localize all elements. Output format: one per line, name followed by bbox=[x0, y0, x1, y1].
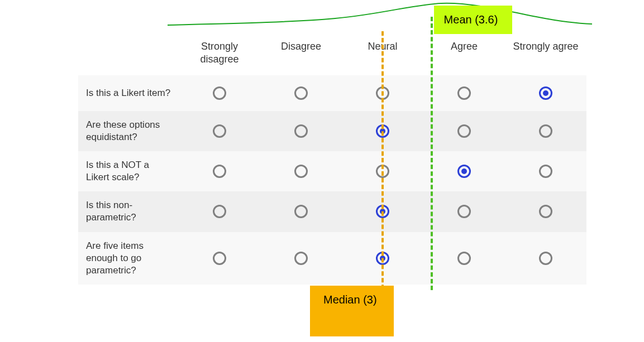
median-text: Median (3) bbox=[323, 293, 377, 306]
table-row: Are five items enough to go parametric? bbox=[78, 232, 586, 285]
radio-cell[interactable] bbox=[423, 191, 505, 232]
question-cell: Is this a NOT a Likert scale? bbox=[78, 151, 179, 191]
radio-cell[interactable] bbox=[505, 151, 586, 191]
table-row: Is this non-parametric? bbox=[78, 191, 586, 232]
radio-cell[interactable] bbox=[260, 75, 342, 111]
table-row: Is this a Likert item? bbox=[78, 75, 586, 111]
radio-cell[interactable] bbox=[342, 75, 423, 111]
radio-option[interactable] bbox=[213, 205, 226, 218]
radio-option[interactable] bbox=[213, 165, 226, 178]
table-row: Is this a NOT a Likert scale? bbox=[78, 151, 586, 191]
radio-option[interactable] bbox=[376, 205, 389, 218]
header-row: Strongly disagree Disagree Neural Agree … bbox=[78, 33, 586, 75]
col-header-1: Strongly disagree bbox=[179, 33, 260, 75]
question-text: Are five items enough to go parametric? bbox=[86, 240, 144, 276]
radio-cell[interactable] bbox=[342, 191, 423, 232]
col-header-3: Neural bbox=[342, 33, 423, 75]
question-cell: Is this non-parametric? bbox=[78, 191, 179, 232]
radio-cell[interactable] bbox=[260, 191, 342, 232]
mean-label: Mean (3.6) bbox=[434, 6, 513, 34]
radio-cell[interactable] bbox=[179, 111, 260, 151]
radio-cell[interactable] bbox=[342, 232, 423, 285]
radio-cell[interactable] bbox=[423, 75, 505, 111]
radio-cell[interactable] bbox=[260, 111, 342, 151]
radio-option[interactable] bbox=[539, 86, 552, 100]
radio-option[interactable] bbox=[457, 252, 471, 265]
question-text: Is this non-parametric? bbox=[86, 200, 136, 223]
question-text: Are these options equidistant? bbox=[86, 119, 160, 142]
radio-cell[interactable] bbox=[179, 232, 260, 285]
radio-option[interactable] bbox=[376, 86, 389, 100]
radio-cell[interactable] bbox=[342, 111, 423, 151]
question-cell: Is this a Likert item? bbox=[78, 75, 179, 111]
radio-cell[interactable] bbox=[505, 75, 586, 111]
likert-table: Strongly disagree Disagree Neural Agree … bbox=[78, 33, 586, 285]
radio-option[interactable] bbox=[213, 86, 226, 100]
radio-cell[interactable] bbox=[423, 111, 505, 151]
radio-cell[interactable] bbox=[505, 191, 586, 232]
col-header-4-text: Agree bbox=[451, 40, 478, 53]
radio-option[interactable] bbox=[294, 124, 308, 138]
radio-cell[interactable] bbox=[505, 232, 586, 285]
col-header-2-text: Disagree bbox=[281, 40, 321, 53]
radio-option[interactable] bbox=[294, 165, 308, 178]
radio-cell[interactable] bbox=[260, 151, 342, 191]
median-label: Median (3) bbox=[310, 286, 394, 336]
question-text: Is this a NOT a Likert scale? bbox=[86, 160, 149, 182]
radio-option[interactable] bbox=[457, 86, 471, 100]
radio-option[interactable] bbox=[294, 252, 308, 265]
radio-option[interactable] bbox=[213, 124, 226, 138]
question-text: Is this a Likert item? bbox=[86, 88, 170, 98]
col-header-4: Agree bbox=[423, 33, 505, 75]
radio-option[interactable] bbox=[457, 165, 471, 178]
radio-cell[interactable] bbox=[423, 232, 505, 285]
radio-option[interactable] bbox=[376, 165, 389, 178]
col-header-1-text: Strongly disagree bbox=[186, 40, 253, 65]
col-header-5-text: Strongly agree bbox=[513, 40, 578, 53]
radio-option[interactable] bbox=[294, 86, 308, 100]
col-header-2: Disagree bbox=[260, 33, 342, 75]
radio-cell[interactable] bbox=[179, 151, 260, 191]
mean-text: Mean (3.6) bbox=[444, 13, 498, 26]
radio-option[interactable] bbox=[376, 124, 389, 138]
radio-cell[interactable] bbox=[505, 111, 586, 151]
radio-option[interactable] bbox=[457, 124, 471, 138]
radio-option[interactable] bbox=[539, 205, 552, 218]
radio-option[interactable] bbox=[376, 252, 389, 265]
table-row: Are these options equidistant? bbox=[78, 111, 586, 151]
question-cell: Are these options equidistant? bbox=[78, 111, 179, 151]
radio-cell[interactable] bbox=[342, 151, 423, 191]
question-cell: Are five items enough to go parametric? bbox=[78, 232, 179, 285]
radio-cell[interactable] bbox=[179, 191, 260, 232]
radio-option[interactable] bbox=[539, 252, 552, 265]
col-header-5: Strongly agree bbox=[505, 33, 586, 75]
radio-cell[interactable] bbox=[260, 232, 342, 285]
radio-option[interactable] bbox=[213, 252, 226, 265]
radio-cell[interactable] bbox=[179, 75, 260, 111]
radio-option[interactable] bbox=[539, 124, 552, 138]
radio-option[interactable] bbox=[294, 205, 308, 218]
radio-option[interactable] bbox=[539, 165, 552, 178]
col-header-3-text: Neural bbox=[368, 40, 397, 53]
radio-cell[interactable] bbox=[423, 151, 505, 191]
radio-option[interactable] bbox=[457, 205, 471, 218]
